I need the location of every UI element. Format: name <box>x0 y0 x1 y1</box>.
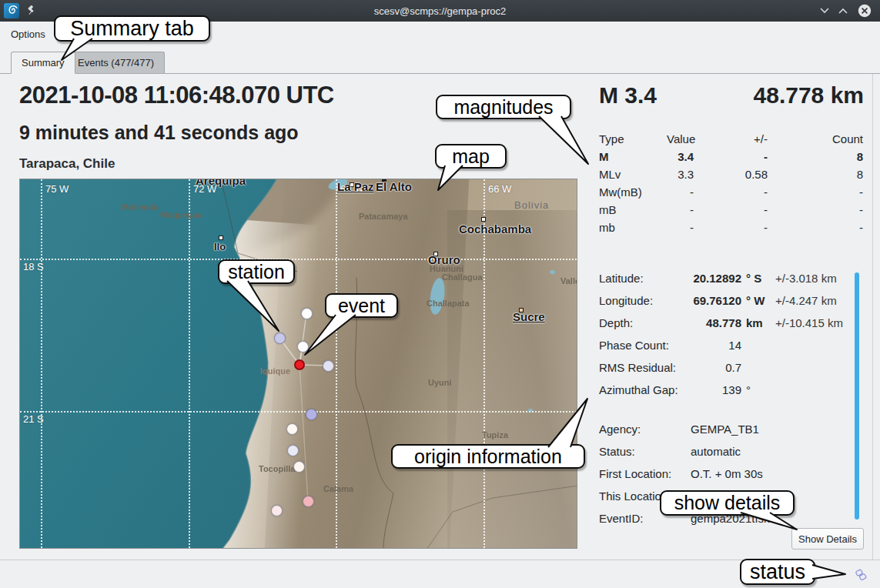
magnitude-row[interactable]: mB - - - <box>599 201 863 219</box>
station-marker <box>303 496 314 507</box>
event-datetime: 2021-10-08 11:06:48.070 UTC <box>19 82 334 109</box>
station-marker <box>293 461 305 473</box>
town-label: Calama <box>323 484 353 493</box>
magnitude-table: Type Value +/- Count M 3.4 - 8 MLv 3.3 0… <box>599 130 863 236</box>
annotation-magnitudes: magnitudes <box>436 95 571 119</box>
station-marker <box>286 423 298 435</box>
annotation-status: status <box>740 559 815 585</box>
city-marker <box>481 217 486 222</box>
station-marker <box>323 360 334 372</box>
town-label: Patacamaya <box>359 212 408 221</box>
city-label: El Alto <box>376 180 412 193</box>
menu-options[interactable]: Options <box>0 25 56 43</box>
grid-label: 66 W <box>488 183 511 195</box>
show-details-button[interactable]: Show Details <box>791 528 864 550</box>
origin-row-azimuthal-gap: Azimuthal Gap: 139 ° <box>599 379 863 401</box>
event-map[interactable]: 75 W 72 W 69 W 66 W 18 S 21 S Arequipa L… <box>19 179 577 549</box>
application-window: scesv@scmps://gempa-proc2 Options Summar… <box>0 0 880 588</box>
tab-events-label: Events (477/477) <box>78 57 154 68</box>
magnitude-row[interactable]: MLv 3.3 0.58 8 <box>599 165 863 183</box>
station-marker <box>274 332 286 344</box>
station-marker <box>271 505 283 516</box>
panel-scrollbar-thumb[interactable] <box>855 272 859 520</box>
annotation-station: station <box>218 259 295 284</box>
station-marker <box>287 445 299 456</box>
city-label: Sucre <box>513 310 545 323</box>
country-border <box>427 486 577 549</box>
town-label: Vallegr <box>560 276 577 286</box>
origin-row-longitude: Longitude: 69.76120 ° W +/-4.247 km <box>599 289 863 312</box>
city-marker <box>219 236 223 240</box>
annotation-summary-tab: Summary tab <box>54 15 210 42</box>
annotation-origin-information: origin information <box>391 444 585 469</box>
annotation-event: event <box>325 293 398 318</box>
origin-row-phase-count: Phase Count: 14 <box>599 334 863 356</box>
connection-status-icon[interactable] <box>854 569 868 585</box>
summary-panel: M 3.4 48.778 km Type Value +/- Count M 3… <box>599 73 868 559</box>
magnitude-table-header: Type Value +/- Count <box>599 130 863 148</box>
origin-row-latitude: Latitude: 20.12892 ° S +/-3.018 km <box>599 267 863 289</box>
grid-label: 21 S <box>23 413 44 425</box>
tab-bar: Summary Events (477/477) <box>0 51 880 74</box>
town-label: Moquegua <box>160 210 202 219</box>
event-time-ago: 9 minutes and 41 seconds ago <box>19 122 299 144</box>
preferred-magnitude: M 3.4 <box>599 82 657 109</box>
panel-scrollbar-track <box>872 74 873 560</box>
station-marker <box>306 409 317 420</box>
preferred-depth: 48.778 km <box>754 82 864 109</box>
city-label: Cochabamba <box>459 222 531 236</box>
gridline-18s <box>20 259 577 260</box>
tab-summary[interactable]: Summary <box>11 52 75 74</box>
station-marker <box>297 341 309 352</box>
gridline-72w <box>189 179 190 548</box>
town-label: Iquique <box>260 366 290 376</box>
gridline-21s <box>20 411 577 413</box>
city-label: Oruro <box>428 253 460 266</box>
event-marker[interactable] <box>294 359 305 370</box>
event-region: Tarapaca, Chile <box>19 156 115 172</box>
magnitude-row[interactable]: Mw(mB) - - - <box>599 183 863 201</box>
gridline-75w <box>41 179 42 548</box>
city-label: Ilo <box>214 241 226 252</box>
grid-label: 18 S <box>23 261 44 272</box>
town-label: Challagua <box>442 272 483 282</box>
origin-row-rms: RMS Residual: 0.7 <box>599 356 863 379</box>
tab-summary-label: Summary <box>22 57 65 68</box>
maximize-button[interactable] <box>835 4 851 18</box>
origin-info: Latitude: 20.12892 ° S +/-3.018 km Longi… <box>599 267 863 401</box>
town-label: Mollendo <box>122 202 159 212</box>
town-label: Tocopilla <box>259 464 295 473</box>
tab-events[interactable]: Events (477/477) <box>67 52 165 74</box>
magnitude-row[interactable]: M 3.4 - 8 <box>599 148 863 165</box>
region-label: Bolivia <box>514 199 549 211</box>
origin-row-depth: Depth: 48.778 km +/-10.415 km <box>599 312 863 334</box>
close-button[interactable] <box>857 4 872 18</box>
info-row-first-location: First Location: O.T. + 0m 30s <box>599 463 863 485</box>
grid-label: 75 W <box>45 183 69 195</box>
annotation-map: map <box>435 144 507 169</box>
country-border <box>355 278 393 549</box>
city-label: La Paz <box>337 180 374 193</box>
town-label: Uyuni <box>428 378 452 387</box>
town-label: Tupiza <box>482 430 508 439</box>
station-marker <box>301 308 313 319</box>
magnitude-row[interactable]: mb - - - <box>599 219 863 236</box>
info-row-status: Status: automatic <box>599 440 863 463</box>
city-label: Arequipa <box>196 179 246 187</box>
annotation-show-details: show details <box>660 490 795 516</box>
town-label: Challapata <box>427 299 470 308</box>
minimize-button[interactable] <box>817 4 832 18</box>
info-row-agency: Agency: GEMPA_TB1 <box>599 418 863 440</box>
